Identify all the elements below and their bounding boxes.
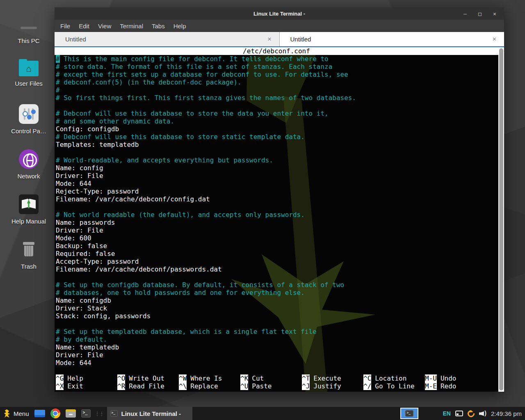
nano-editor[interactable]: GNU nano 7.2 /etc/debconf.conf # This is… <box>55 47 504 392</box>
laptop-icon <box>19 14 39 34</box>
nano-shortcut: ^JJustify <box>302 382 363 390</box>
desktop-icon-this-pc[interactable]: This PC <box>4 12 53 57</box>
terminal-line: Mode: 644 <box>56 180 504 187</box>
terminal-line: Stack: config, passwords <box>56 312 504 320</box>
tab-close-icon[interactable]: ✕ <box>492 36 497 42</box>
chrome-icon[interactable] <box>50 409 60 418</box>
shortcut-key: ^R <box>117 382 125 390</box>
maximize-button[interactable]: □ <box>477 11 483 17</box>
task-button-label: Linux Lite Terminal - <box>121 410 181 417</box>
task-button[interactable]: Linux Lite Terminal - <box>107 407 193 420</box>
terminal-line: # This is the main config file for debco… <box>56 55 504 63</box>
shortcut-label: Paste <box>252 382 272 390</box>
shortcut-row-1: ^GHelp^OWrite Out^WWhere Is^KCut^TExecut… <box>55 374 498 382</box>
display-icon[interactable] <box>455 411 463 416</box>
terminal-line: Name: config <box>56 164 504 172</box>
nano-shortcut: ^TExecute <box>302 374 363 382</box>
taskbar-separator[interactable]: ⋮⋮ <box>95 411 104 417</box>
window-titlebar[interactable]: Linux Lite Terminal - – □ ✕ <box>55 7 504 20</box>
shortcut-key: ^\ <box>179 382 187 390</box>
shortcut-key: ^K <box>240 374 248 382</box>
menu-item-file[interactable]: File <box>60 23 70 30</box>
terminal-line: # Not world readable (the default), and … <box>56 211 504 219</box>
desktop-icon-user-files[interactable]: User Files <box>4 57 53 103</box>
update-icon[interactable] <box>466 409 476 418</box>
terminal-icon <box>405 410 413 417</box>
tab-bar: Untitled✕Untitled✕ <box>55 32 504 46</box>
menu-item-terminal[interactable]: Terminal <box>120 23 143 30</box>
menu-item-help[interactable]: Help <box>173 23 186 30</box>
desktop-icon-label: Help Manual <box>11 218 46 225</box>
terminal-line: Driver: Stack <box>56 304 504 312</box>
terminal-scrollbar[interactable] <box>498 47 504 392</box>
minimize-button[interactable]: – <box>462 11 468 17</box>
tab-close-icon[interactable]: ✕ <box>267 36 272 42</box>
shortcut-label: Execute <box>313 374 341 382</box>
terminal-line: Filename: /var/cache/debconf/config.dat <box>56 195 504 203</box>
terminal-line: Config: configdb <box>56 125 504 133</box>
trash-icon <box>19 240 39 259</box>
terminal-line: # by default. <box>56 336 504 343</box>
terminal-line: Name: passwords <box>56 219 504 226</box>
scrollbar-thumb[interactable] <box>499 48 503 390</box>
desktop-icon-label: This PC <box>18 37 39 44</box>
terminal-line: # store data. The format of this file is… <box>56 63 504 71</box>
nano-filename: /etc/debconf.conf <box>55 47 498 55</box>
terminal-line: Backup: false <box>56 242 504 250</box>
window-controls: – □ ✕ <box>462 11 504 17</box>
volume-icon[interactable] <box>479 410 486 417</box>
desktop-icon-trash[interactable]: Trash <box>4 238 53 283</box>
terminal-line: Driver: File <box>56 172 504 180</box>
nano-shortcut: ^UPaste <box>240 382 302 390</box>
desktop-launcher-icon[interactable] <box>34 410 45 417</box>
file-manager-icon[interactable] <box>66 409 76 418</box>
taskbar: Menu ⋮⋮ Linux Lite Terminal - EN 2:49:36… <box>0 407 525 420</box>
menu-item-tabs[interactable]: Tabs <box>152 23 165 30</box>
terminal-line: Required: false <box>56 250 504 258</box>
shortcut-label: Cut <box>252 374 264 382</box>
terminal-line: Driver: File <box>56 226 504 234</box>
nano-shortcut: ^WWhere Is <box>179 374 240 382</box>
terminal-line: Name: templatedb <box>56 343 504 351</box>
tab-2[interactable]: Untitled✕ <box>279 32 504 46</box>
menu-item-view[interactable]: View <box>98 23 111 30</box>
terminal-line: Reject-Type: password <box>56 187 504 195</box>
clock[interactable]: 2:49:36 pm <box>491 410 522 417</box>
menu-item-edit[interactable]: Edit <box>79 23 89 30</box>
shortcut-label: Location <box>375 374 406 382</box>
shortcut-label: Exit <box>67 382 83 390</box>
nano-cursor: # <box>56 55 60 63</box>
desktop-icon-label: Control Pa… <box>11 128 46 135</box>
terminal-line: Filename: /var/cache/debconf/passwords.d… <box>56 265 504 273</box>
desktop-icon-network[interactable]: Network <box>4 148 53 193</box>
terminal-glyph-icon[interactable] <box>81 409 91 418</box>
terminal-line: Name: configdb <box>56 297 504 304</box>
tab-label: Untitled <box>290 36 493 43</box>
network-globe-icon <box>19 149 39 169</box>
terminal-line: # Set up the templatedb database, which … <box>56 328 504 336</box>
tab-label: Untitled <box>65 36 267 43</box>
shortcut-key: ^J <box>302 382 310 390</box>
shortcut-key: M-U <box>425 374 437 382</box>
shortcut-label: Undo <box>441 374 457 382</box>
nano-header: GNU nano 7.2 /etc/debconf.conf <box>55 47 498 55</box>
shortcut-key: ^G <box>56 374 64 382</box>
terminal-icon <box>110 410 118 417</box>
tab-1[interactable]: Untitled✕ <box>55 32 279 46</box>
terminal-line <box>56 273 504 281</box>
menu-button[interactable]: Menu <box>4 409 29 418</box>
tray-terminal-preview-button[interactable] <box>400 408 418 419</box>
desktop-icon-help-manual[interactable]: Help Manual <box>4 193 53 238</box>
nano-shortcuts: ^GHelp^OWrite Out^WWhere Is^KCut^TExecut… <box>55 374 498 390</box>
shortcut-key: ^O <box>117 374 125 382</box>
close-button[interactable]: ✕ <box>492 11 498 17</box>
menu-label: Menu <box>14 410 29 417</box>
terminal-line <box>56 320 504 328</box>
desktop-icon-control-pa[interactable]: Control Pa… <box>4 103 53 148</box>
nano-shortcut: ^KCut <box>240 374 302 382</box>
nano-shortcut: ^\Replace <box>179 382 240 390</box>
system-tray: EN 2:49:36 pm <box>400 408 522 419</box>
terminal-line: Mode: 644 <box>56 359 504 367</box>
language-indicator[interactable]: EN <box>443 410 450 417</box>
terminal-line: # debconf.conf(5) (in the debconf-doc pa… <box>56 78 504 86</box>
